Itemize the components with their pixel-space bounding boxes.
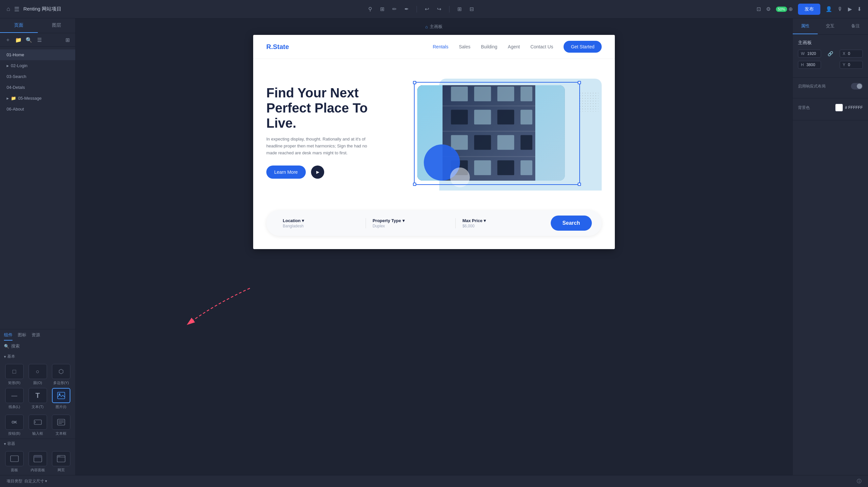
divider1	[416, 6, 417, 12]
panel-x-input[interactable]: X 0	[840, 50, 863, 58]
comp-tab-components[interactable]: 组件	[4, 332, 12, 341]
bgcolor-swatch[interactable]	[835, 104, 843, 112]
page-item-search[interactable]: 03-Search	[0, 71, 75, 82]
page-item-message[interactable]: 📁 05-Message	[0, 93, 75, 104]
svg-rect-31	[521, 135, 532, 150]
nav-cta-button[interactable]: Get Started	[563, 41, 602, 53]
component-search[interactable]: 🔍 搜索	[0, 341, 75, 352]
undo-btn[interactable]: ↩	[425, 6, 429, 12]
play-icon[interactable]: ▶	[848, 6, 852, 12]
property-type-value: Duplex	[373, 224, 449, 228]
page-item-about[interactable]: 06-About	[0, 104, 75, 115]
logo-text: State	[273, 43, 289, 50]
settings-icon[interactable]: ⚙	[766, 6, 771, 12]
comp-line[interactable]: — 线条(L)	[4, 388, 25, 409]
sidebar-top-tabs: 页面 图层	[0, 19, 75, 33]
list-view-btn[interactable]: ☰	[35, 36, 43, 44]
comp-button[interactable]: OK 按钮(B)	[4, 414, 25, 436]
comp-input[interactable]: 输入框	[27, 414, 48, 436]
bgcolor-control[interactable]: # FFFFFF	[835, 104, 863, 112]
publish-button[interactable]: 发布	[798, 4, 820, 15]
align-tool[interactable]: ⊞	[457, 6, 462, 12]
comp-textbox[interactable]: 文本框	[51, 414, 71, 436]
comp-rect[interactable]: □ 矩形(R)	[4, 364, 25, 385]
panel-w-input[interactable]: W 1920	[798, 50, 821, 58]
right-tab-notes[interactable]: 备注	[843, 19, 868, 34]
preview-icon[interactable]: ⊡	[756, 6, 761, 12]
location-field[interactable]: Location ▾ Bangladesh	[276, 218, 366, 228]
comp-tab-resources[interactable]: 资源	[32, 332, 40, 341]
comp-image[interactable]: 图片(I)	[51, 388, 71, 409]
distribute-tool[interactable]: ⊟	[469, 6, 474, 12]
comp-tab-icons[interactable]: 图标	[18, 332, 26, 341]
component-grid-basic: □ 矩形(R) ○ 圆(O) ⬡ 多边形(Y) — 线条(L) T 文本(T	[0, 361, 75, 412]
page-item-home[interactable]: 01-Home	[0, 49, 75, 60]
site-search-section: Location ▾ Bangladesh Property Type ▾ Du…	[253, 204, 615, 249]
search-submit-button[interactable]: Search	[551, 216, 592, 231]
svg-rect-10	[34, 455, 42, 458]
hero-left: Find Your Next Perfect Place To Live. In…	[266, 79, 417, 204]
nav-sales[interactable]: Sales	[459, 44, 470, 49]
nav-contact[interactable]: Contact Us	[530, 44, 553, 49]
hero-title-line1: Find Your Next	[266, 86, 359, 100]
comp-text[interactable]: T 文本(T)	[27, 388, 48, 409]
comp-content-panel[interactable]: 内容面板	[27, 451, 48, 472]
tab-pages[interactable]: 页面	[0, 19, 38, 33]
menu-icon[interactable]: ☰	[14, 6, 20, 13]
max-price-value: $6,000	[462, 224, 538, 228]
page-list: 01-Home 02-Login 03-Search 04-Detals 📁 0…	[0, 47, 75, 329]
more-btn[interactable]: ⊞	[63, 36, 71, 44]
nav-agent[interactable]: Agent	[508, 44, 520, 49]
redo-btn[interactable]: ↪	[437, 6, 441, 12]
panel-h-input[interactable]: H 3800	[798, 61, 821, 69]
svg-point-13	[58, 456, 59, 457]
right-tab-interaction[interactable]: 交互	[818, 19, 843, 34]
frame-tool[interactable]: ⊞	[380, 6, 384, 12]
search-pages-btn[interactable]: 🔍	[25, 36, 33, 44]
max-price-field[interactable]: Max Price ▾ $6,000	[456, 218, 545, 228]
home-icon[interactable]: ⌂	[7, 6, 10, 12]
panel-row-bgcolor: 背景色 # FFFFFF	[798, 104, 863, 112]
comp-circle[interactable]: ○ 圆(O)	[27, 364, 48, 385]
page-item-details[interactable]: 04-Detals	[0, 82, 75, 93]
right-tab-properties[interactable]: 属性	[793, 19, 818, 34]
comp-panel[interactable]: 面板	[4, 451, 25, 472]
download-icon[interactable]: ⬇	[857, 6, 861, 12]
property-type-chevron: ▾	[402, 218, 405, 223]
property-type-label-text: Property Type	[373, 218, 401, 223]
left-sidebar: 页面 图层 ＋ 📁 🔍 ☰ ⊞ 01-Home 02-Login 03-Sear…	[0, 19, 75, 475]
component-tabs: 组件 图标 资源	[0, 330, 75, 341]
pencil-tool[interactable]: ✒	[404, 6, 409, 12]
line-icon: —	[5, 388, 24, 403]
tab-layers[interactable]: 图层	[38, 19, 75, 33]
svg-rect-17	[442, 106, 535, 107]
bgcolor-label: 背景色	[798, 105, 810, 111]
folder-btn[interactable]: 📁	[14, 36, 22, 44]
mic-icon[interactable]: 🎙	[837, 6, 843, 12]
site-hero: Find Your Next Perfect Place To Live. In…	[253, 59, 615, 204]
page-item-login[interactable]: 02-Login	[0, 60, 75, 71]
responsive-toggle[interactable]	[851, 83, 863, 89]
link-tool[interactable]: ⚲	[368, 6, 372, 12]
toolbar-right: ⊡ ⚙ 50% ⊕ 发布 👤 🎙 ▶ ⬇	[756, 4, 861, 15]
comp-webpage[interactable]: 网页	[51, 451, 71, 472]
zoom-plus-icon[interactable]: ⊕	[788, 6, 793, 12]
bottom-bar-right: ⓘ	[857, 479, 861, 484]
play-button[interactable]	[311, 166, 324, 179]
custom-size-label[interactable]: 自定义尺寸 ▾	[24, 479, 47, 484]
user-icon[interactable]: 👤	[826, 6, 832, 12]
pen-tool[interactable]: ✏	[392, 6, 397, 12]
lock-icon: 🔗	[828, 51, 833, 56]
w-value: 1920	[807, 51, 816, 56]
property-type-field[interactable]: Property Type ▾ Duplex	[366, 218, 456, 228]
nav-rentals[interactable]: Rentals	[433, 44, 448, 49]
panel-row-h: H 3800 Y 0	[798, 61, 863, 69]
bgcolor-value: # FFFFFF	[845, 105, 863, 110]
learn-more-button[interactable]: Learn More	[266, 166, 306, 179]
h-value: 3800	[807, 62, 815, 67]
panel-row-responsive: 启用响应式布局	[798, 83, 863, 89]
nav-building[interactable]: Building	[481, 44, 497, 49]
comp-polygon[interactable]: ⬡ 多边形(Y)	[51, 364, 71, 385]
add-page-btn[interactable]: ＋	[4, 36, 12, 44]
panel-y-input[interactable]: Y 0	[840, 61, 863, 69]
